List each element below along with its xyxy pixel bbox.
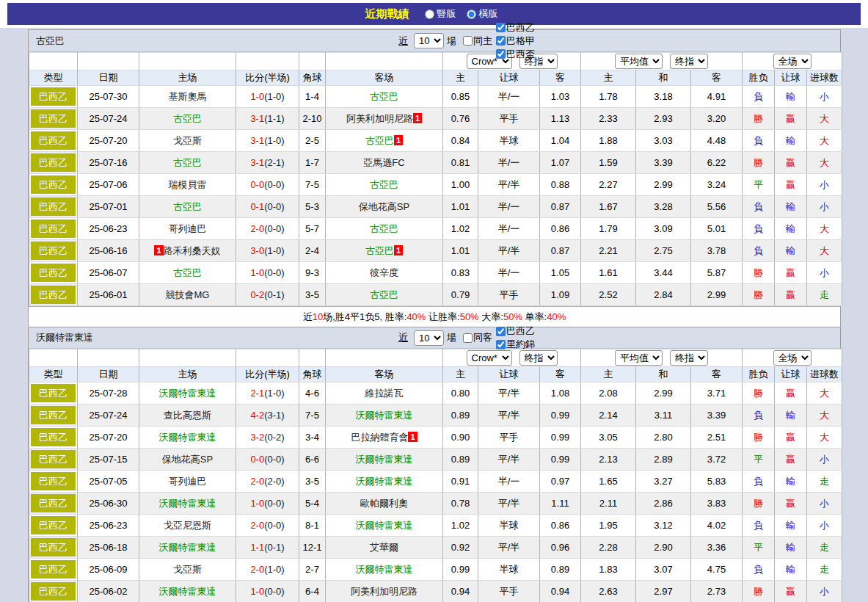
europe-kind-select[interactable]: 终指 [670, 350, 708, 366]
match-count-select[interactable]: 10 [414, 330, 444, 346]
same-venue-checkbox-label[interactable]: 同主 [461, 35, 492, 48]
league-type-badge: 巴西乙 [31, 384, 76, 402]
away-team: 沃爾特雷東達 [326, 515, 443, 537]
column-header: 日期 [78, 367, 139, 382]
result-goals: 大 [807, 218, 842, 240]
same-venue-checkbox[interactable] [463, 333, 473, 343]
column-header: 角球 [299, 70, 326, 86]
focus-team-name: 沃爾特雷東達 [356, 564, 413, 575]
league-checkbox-巴西乙[interactable]: 巴西乙 [494, 324, 535, 338]
odds-draw: 2.80 [636, 427, 691, 449]
match-row: 巴西乙25-07-28沃爾特雷東達2-1(1-0)4-6維拉諾瓦0.80平/半1… [29, 382, 842, 405]
focus-team-name: 古亞巴 [173, 113, 202, 124]
home-team: 哥列迪巴 [139, 471, 236, 493]
match-count-select[interactable]: 10 [414, 33, 444, 48]
result-goals: 小 [807, 581, 842, 602]
scope-select[interactable]: 全场 [773, 54, 812, 69]
odds-home: 2.13 [581, 449, 636, 471]
odds-away: 4.02 [691, 515, 743, 537]
league-checkbox[interactable] [496, 49, 506, 59]
result-outcome: 勝 [743, 152, 775, 174]
layout-option-vertical[interactable]: 豎版 [425, 7, 456, 21]
result-goals: 小 [807, 174, 842, 196]
same-venue-checkbox-label[interactable]: 同客 [461, 331, 492, 344]
opponent-team-name: 哥列迪巴 [169, 476, 207, 487]
corners: 12-1 [299, 537, 326, 559]
same-venue-checkbox[interactable] [463, 36, 473, 46]
match-type: 巴西乙 [29, 218, 78, 240]
halftime-score: (1-0) [264, 91, 284, 102]
away-team: 維拉諾瓦 [326, 382, 443, 405]
score: 0-0(0-0) [236, 449, 299, 471]
league-checkbox-里約錦[interactable]: 里約錦 [494, 338, 535, 351]
home-team: 戈亞斯 [139, 130, 236, 152]
near-link[interactable]: 近 [398, 331, 408, 344]
match-row: 巴西乙25-07-16古亞巴3-1(2-1)1-7亞馬遜FC0.81半/一1.0… [29, 152, 842, 174]
match-row: 巴西乙25-06-23哥列迪巴2-0(0-0)5-7古亞巴1.02半/一0.86… [29, 218, 842, 240]
league-filters: 巴西乙巴格甲巴西盃 [494, 21, 536, 61]
handicap-away: 1.07 [540, 152, 581, 174]
league-type-badge: 巴西乙 [31, 153, 76, 172]
horizontal-radio[interactable] [467, 10, 476, 19]
match-date: 25-06-23 [78, 515, 139, 537]
fulltime-score: 3-1 [250, 113, 264, 124]
column-header: 类型 [29, 70, 78, 86]
league-checkbox-巴西盃[interactable]: 巴西盃 [494, 48, 535, 61]
result-goals: 大 [807, 240, 842, 262]
summary-stat-value: 10 [313, 311, 323, 322]
league-checkbox[interactable] [496, 23, 506, 32]
league-checkbox[interactable] [496, 327, 506, 336]
league-type-badge: 巴西乙 [31, 109, 76, 128]
odds-draw: 2.90 [636, 537, 691, 559]
handicap-away: 0.99 [540, 405, 581, 427]
away-team: 阿美利加明尼路1 [326, 108, 443, 130]
odds-home: 1.78 [581, 86, 636, 108]
scope-select[interactable]: 全场 [773, 350, 812, 366]
score: 1-0(1-0) [236, 86, 299, 108]
handicap-kind-select[interactable]: 终指 [519, 350, 558, 366]
away-team: 沃爾特雷東達 [326, 471, 443, 493]
match-type: 巴西乙 [29, 493, 78, 515]
league-checkbox-巴西乙[interactable]: 巴西乙 [494, 21, 535, 35]
opponent-team-name: 基斯奧馬 [169, 91, 207, 102]
result-goals: 大 [807, 427, 842, 449]
odds-draw: 2.99 [636, 382, 691, 405]
odds-draw: 3.44 [636, 262, 691, 284]
match-date: 25-07-20 [78, 427, 139, 449]
match-row: 巴西乙25-07-20沃爾特雷東達3-2(0-2)3-4巴拉納體育會10.90平… [29, 427, 842, 449]
match-type: 巴西乙 [29, 405, 78, 427]
opponent-team-name: 艾華爾 [370, 542, 398, 553]
handicap-away: 1.09 [540, 284, 581, 306]
league-checkbox[interactable] [496, 340, 506, 349]
halftime-score: (0-0) [264, 267, 284, 278]
handicap-away: 0.86 [540, 515, 581, 537]
odds-draw: 3.12 [636, 515, 691, 537]
opponent-team-name: 巴拉納體育會 [351, 432, 408, 443]
odds-home: 3.05 [581, 427, 636, 449]
halftime-score: (0-1) [264, 542, 284, 553]
handicap-line: 平/半 [478, 493, 540, 515]
europe-source-select[interactable]: 平均值 [615, 350, 663, 366]
corners: 7-5 [299, 405, 326, 427]
match-date: 25-06-01 [78, 284, 139, 306]
match-type: 巴西乙 [29, 262, 78, 284]
handicap-line: 平/半 [478, 405, 540, 427]
team-header-bar: 沃爾特雷東達 近 10 場 同客 巴西乙里約錦 [29, 327, 840, 349]
handicap-source-select[interactable]: Crow* [467, 350, 512, 366]
odds-draw: 3.03 [636, 130, 691, 152]
result-outcome: 負 [743, 471, 775, 493]
europe-source-select[interactable]: 平均值 [615, 54, 663, 69]
vertical-radio[interactable] [425, 10, 434, 19]
fulltime-score: 1-0 [250, 498, 264, 509]
league-checkbox[interactable] [496, 36, 506, 46]
europe-kind-select[interactable]: 终指 [670, 54, 708, 69]
score: 2-1(1-0) [236, 382, 299, 405]
handicap-away: 0.88 [540, 174, 581, 196]
near-link[interactable]: 近 [398, 35, 408, 48]
result-handicap: 輸 [775, 515, 807, 537]
column-header: 角球 [299, 367, 326, 382]
match-row: 巴西乙25-07-24查比高恩斯4-2(3-1)7-5沃爾特雷東達0.89平/半… [29, 405, 842, 427]
odds-away: 3.72 [691, 449, 743, 471]
league-checkbox-巴格甲[interactable]: 巴格甲 [494, 35, 535, 48]
layout-option-horizontal[interactable]: 橫版 [467, 7, 498, 21]
